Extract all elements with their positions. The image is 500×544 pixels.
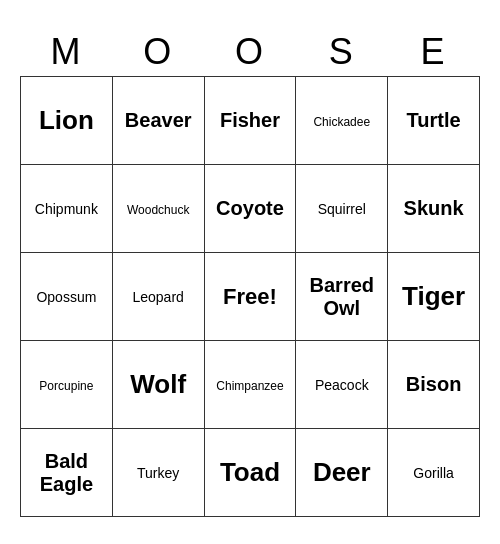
cell-text-4-1: Turkey [137,465,179,481]
cell-text-3-0: Porcupine [39,379,93,393]
header-letter-E: E [388,27,480,77]
header-letter-O: O [204,27,296,77]
cell-text-1-2: Coyote [216,197,284,219]
cell-text-2-2: Free! [223,284,277,309]
cell-text-0-0: Lion [39,105,94,135]
bingo-cell-2-1: Leopard [112,253,204,341]
bingo-cell-3-0: Porcupine [21,341,113,429]
header-row: MOOSE [21,27,480,77]
bingo-row-3: PorcupineWolfChimpanzeePeacockBison [21,341,480,429]
header-letter-O: O [112,27,204,77]
bingo-cell-4-4: Gorilla [388,429,480,517]
cell-text-1-0: Chipmunk [35,201,98,217]
bingo-cell-1-3: Squirrel [296,165,388,253]
bingo-cell-0-3: Chickadee [296,77,388,165]
cell-text-3-2: Chimpanzee [216,379,283,393]
cell-text-3-4: Bison [406,373,462,395]
bingo-cell-1-2: Coyote [204,165,296,253]
cell-text-0-3: Chickadee [313,115,370,129]
bingo-cell-2-4: Tiger [388,253,480,341]
bingo-cell-3-2: Chimpanzee [204,341,296,429]
bingo-cell-2-2: Free! [204,253,296,341]
bingo-cell-3-4: Bison [388,341,480,429]
bingo-cell-1-0: Chipmunk [21,165,113,253]
bingo-row-2: OpossumLeopardFree!Barred OwlTiger [21,253,480,341]
bingo-cell-2-0: Opossum [21,253,113,341]
cell-text-1-4: Skunk [404,197,464,219]
cell-text-4-0: Bald Eagle [40,450,93,495]
cell-text-4-4: Gorilla [413,465,453,481]
bingo-cell-3-1: Wolf [112,341,204,429]
bingo-cell-0-4: Turtle [388,77,480,165]
cell-text-3-3: Peacock [315,377,369,393]
bingo-cell-4-3: Deer [296,429,388,517]
cell-text-0-4: Turtle [407,109,461,131]
bingo-row-1: ChipmunkWoodchuckCoyoteSquirrelSkunk [21,165,480,253]
cell-text-0-1: Beaver [125,109,192,131]
bingo-cell-0-0: Lion [21,77,113,165]
bingo-cell-1-4: Skunk [388,165,480,253]
bingo-cell-2-3: Barred Owl [296,253,388,341]
cell-text-0-2: Fisher [220,109,280,131]
cell-text-4-2: Toad [220,457,280,487]
bingo-cell-0-2: Fisher [204,77,296,165]
bingo-cell-4-0: Bald Eagle [21,429,113,517]
cell-text-2-1: Leopard [132,289,183,305]
cell-text-1-1: Woodchuck [127,203,189,217]
bingo-card: MOOSE LionBeaverFisherChickadeeTurtleChi… [20,27,480,518]
bingo-cell-1-1: Woodchuck [112,165,204,253]
bingo-row-4: Bald EagleTurkeyToadDeerGorilla [21,429,480,517]
cell-text-4-3: Deer [313,457,371,487]
cell-text-2-0: Opossum [36,289,96,305]
bingo-cell-4-1: Turkey [112,429,204,517]
bingo-cell-0-1: Beaver [112,77,204,165]
bingo-row-0: LionBeaverFisherChickadeeTurtle [21,77,480,165]
cell-text-3-1: Wolf [130,369,186,399]
header-letter-S: S [296,27,388,77]
bingo-cell-4-2: Toad [204,429,296,517]
cell-text-1-3: Squirrel [318,201,366,217]
cell-text-2-3: Barred Owl [310,274,374,319]
bingo-cell-3-3: Peacock [296,341,388,429]
header-letter-M: M [21,27,113,77]
cell-text-2-4: Tiger [402,281,465,311]
